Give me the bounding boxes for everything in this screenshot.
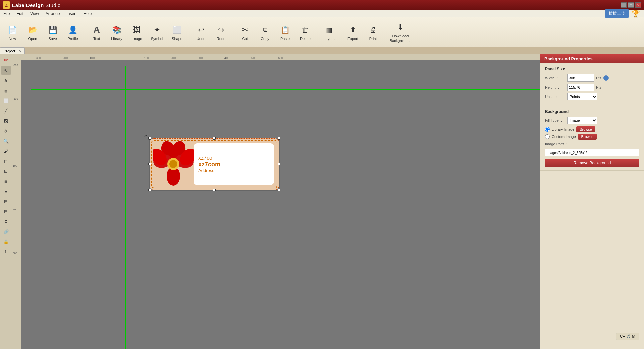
handle-mr[interactable]	[278, 163, 280, 165]
canvas-wrapper[interactable]: -300 -200 -100 0 100 200 300 400 500 600…	[12, 54, 540, 349]
toolbar-export-label: Export	[347, 37, 358, 41]
toolbar-layers-button[interactable]: ▥ Layers	[319, 19, 339, 45]
height-label: Height ：	[545, 85, 565, 90]
profile-icon: 👤	[67, 24, 79, 36]
units-row: Units ： Points Inches mm	[545, 93, 639, 100]
toolbar-image-button[interactable]: 🖼 Image	[127, 19, 147, 45]
lt-shape-tool[interactable]: ⬜	[1, 96, 11, 105]
units-select[interactable]: Points Inches mm	[567, 93, 597, 100]
toolbar-cut-button[interactable]: ✂ Cut	[235, 19, 255, 45]
lt-line-tool[interactable]: ╱	[1, 106, 11, 115]
toolbar-redo-button[interactable]: ↪ Redo	[211, 19, 231, 45]
toolbar-delete-button[interactable]: 🗑 Delete	[296, 19, 315, 45]
info-icon[interactable]: i	[603, 75, 609, 81]
logo-icon: Z	[3, 1, 10, 9]
fill-type-select[interactable]: Image Color None	[567, 117, 597, 124]
custom-image-label: Custom Image	[552, 135, 576, 139]
lt-order-tool[interactable]: ⊞	[1, 197, 11, 206]
lt-paint-tool[interactable]: 🖌	[1, 146, 11, 156]
toolbar-redo-label: Redo	[217, 37, 225, 41]
handle-tr[interactable]	[278, 137, 280, 140]
handle-tl[interactable]	[148, 137, 151, 140]
lt-barcode-tool[interactable]: ▤	[1, 86, 11, 95]
guideline-horizontal	[31, 89, 540, 90]
close-button[interactable]: ✕	[635, 2, 641, 8]
remove-background-button[interactable]: Remove Background	[545, 159, 639, 167]
toolbar-download-button[interactable]: ⬇ Download Backgrounds	[387, 19, 414, 45]
canvas-content[interactable]: xz7co xz7com Address ✂	[21, 60, 540, 349]
ch-button[interactable]: CH 🎵 简	[616, 333, 639, 340]
lt-info-tool[interactable]: ℹ	[1, 247, 11, 256]
toolbar-library-button[interactable]: 📚 Library	[107, 19, 126, 45]
menu-bar: File Edit View Arrange Insert Help 插插上传 …	[0, 10, 644, 17]
image-path-input[interactable]	[545, 149, 639, 156]
undo-icon: ↩	[195, 24, 207, 36]
menu-edit[interactable]: Edit	[13, 11, 27, 17]
library-image-label: Library Image	[552, 127, 574, 131]
lt-zoom-tool[interactable]: 🔍	[1, 136, 11, 146]
background-title: Background	[545, 109, 639, 114]
move-handle-icon[interactable]: ✂	[144, 133, 148, 138]
toolbar-text-label: Text	[93, 37, 100, 41]
menu-arrange[interactable]: Arrange	[42, 11, 63, 17]
label-design[interactable]: xz7co xz7com Address ✂	[149, 138, 280, 191]
width-input[interactable]	[567, 74, 594, 82]
maximize-button[interactable]: □	[628, 2, 634, 8]
lt-eraser-tool[interactable]: ◻	[1, 156, 11, 166]
lt-crop-tool[interactable]: ⊡	[1, 166, 11, 176]
toolbar-profile-label: Profile	[67, 37, 78, 41]
new-icon: 📄	[6, 24, 18, 36]
units-label: Units ：	[545, 94, 565, 99]
save-icon: 💾	[47, 24, 59, 36]
handle-bl[interactable]	[148, 189, 151, 191]
lt-select-tool[interactable]: ↖	[1, 66, 11, 75]
handle-tm[interactable]	[213, 137, 216, 140]
custom-browse-button[interactable]: Browse	[578, 134, 597, 140]
lt-group-tool[interactable]: ⊟	[1, 207, 11, 216]
toolbar-profile-button[interactable]: 👤 Profile	[63, 19, 83, 45]
toolbar-print-button[interactable]: 🖨 Print	[363, 19, 383, 45]
svg-point-8	[169, 160, 177, 168]
lt-move-tool[interactable]: ✥	[1, 126, 11, 136]
toolbar-undo-button[interactable]: ↩ Undo	[191, 19, 211, 45]
tab-project1[interactable]: Project1 ✕	[0, 47, 25, 54]
toolbar-print-label: Print	[369, 37, 377, 41]
lt-link-tool[interactable]: 🔗	[1, 227, 11, 236]
handle-br[interactable]	[278, 189, 280, 191]
toolbar-open-button[interactable]: 📂 Open	[23, 19, 42, 45]
handle-ml[interactable]	[148, 163, 151, 165]
toolbar-shape-button[interactable]: ⬜ Shape	[167, 19, 187, 45]
lt-px-mode[interactable]: PX	[1, 56, 11, 65]
label-line3: Address	[198, 168, 269, 173]
menu-view[interactable]: View	[27, 11, 42, 17]
window-controls[interactable]: − □ ✕	[621, 2, 641, 8]
library-image-radio[interactable]	[545, 127, 550, 132]
lt-settings-tool[interactable]: ⚙	[1, 217, 11, 226]
lt-align-tool[interactable]: ≡	[1, 187, 11, 196]
minimize-button[interactable]: −	[621, 2, 627, 8]
label-line1: xz7co	[198, 155, 269, 161]
toolbar-save-button[interactable]: 💾 Save	[43, 19, 62, 45]
lt-lock-tool[interactable]: 🔒	[1, 237, 11, 246]
toolbar-paste-button[interactable]: 📋 Paste	[275, 19, 295, 45]
symbol-icon: ✦	[151, 24, 163, 36]
library-browse-button[interactable]: Browse	[576, 126, 595, 132]
toolbar-new-button[interactable]: 📄 New	[3, 19, 22, 45]
trophy-icon: 🏆	[632, 10, 640, 18]
toolbar-export-button[interactable]: ⬆ Export	[343, 19, 363, 45]
toolbar-copy-button[interactable]: ⧉ Copy	[255, 19, 275, 45]
layers-icon: ▥	[323, 24, 335, 36]
custom-image-radio[interactable]	[545, 134, 550, 139]
lt-layer-tool[interactable]: ▦	[1, 177, 11, 186]
menu-insert[interactable]: Insert	[63, 11, 80, 17]
height-input[interactable]	[567, 84, 594, 91]
lt-text-tool[interactable]: A	[1, 76, 11, 85]
menu-help[interactable]: Help	[80, 11, 95, 17]
handle-bm[interactable]	[213, 189, 216, 191]
toolbar-symbol-button[interactable]: ✦ Symbol	[147, 19, 167, 45]
menu-file[interactable]: File	[0, 11, 13, 17]
lt-image-tool[interactable]: 🖼	[1, 116, 11, 126]
tab-close-button[interactable]: ✕	[18, 49, 21, 53]
upload-button[interactable]: 插插上传	[605, 9, 629, 18]
toolbar-text-button[interactable]: A Text	[87, 19, 106, 45]
